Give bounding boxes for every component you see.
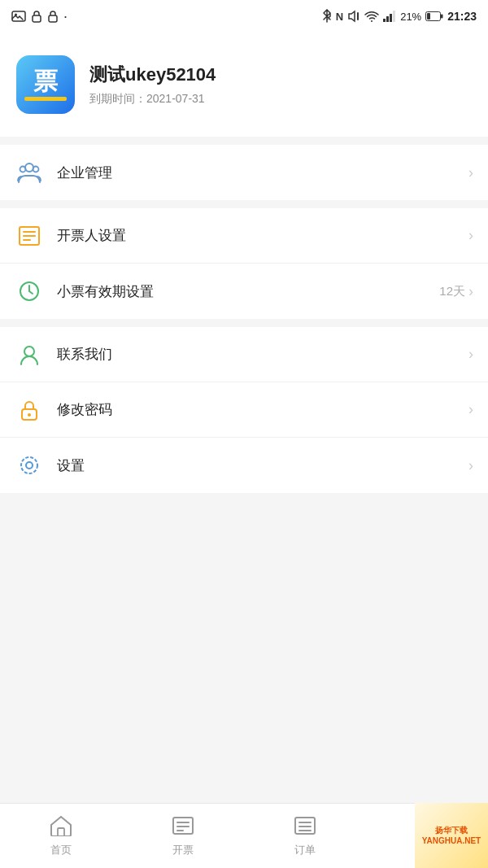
svg-point-25 [21, 457, 37, 473]
section-invoice-settings: 开票人设置 › 小票有效期设置 12天 › [0, 208, 488, 319]
status-right: N 21% 21:23 [322, 9, 477, 24]
profile-card: 票 测试ukey52104 到期时间：2021-07-31 [0, 33, 488, 137]
app-icon-char: 票 [33, 69, 58, 94]
menu-item-invoicer[interactable]: 开票人设置 › [0, 208, 488, 264]
main-content: 票 测试ukey52104 到期时间：2021-07-31 企业管理 › 开票人… [0, 33, 488, 868]
status-left: · [11, 9, 68, 24]
svg-rect-8 [390, 14, 392, 22]
enterprise-arrow: › [468, 164, 473, 181]
invoicer-arrow: › [468, 227, 473, 244]
svg-rect-7 [386, 16, 389, 22]
lock2-status-icon [47, 10, 59, 23]
menu-item-settings[interactable]: 设置 › [0, 438, 488, 493]
contact-label: 联系我们 [57, 345, 465, 364]
menu-item-contact[interactable]: 联系我们 › [0, 327, 488, 382]
validity-label: 小票有效期设置 [57, 282, 439, 301]
svg-point-24 [26, 462, 33, 469]
validity-value: 12天 [439, 284, 465, 299]
svg-rect-26 [58, 828, 64, 836]
wifi-icon [364, 11, 379, 22]
menu-item-password[interactable]: 修改密码 › [0, 382, 488, 438]
nav-item-home[interactable]: 首页 [0, 804, 122, 868]
section-enterprise: 企业管理 › [0, 145, 488, 200]
profile-expiry: 到期时间：2021-07-31 [89, 92, 216, 107]
profile-name: 测试ukey52104 [89, 63, 216, 87]
signal-icon [383, 11, 396, 22]
nav-item-invoice[interactable]: 开票 [122, 804, 244, 868]
password-label: 修改密码 [57, 400, 465, 419]
enterprise-label: 企业管理 [57, 164, 465, 182]
contact-icon [15, 340, 44, 369]
contact-arrow: › [468, 346, 473, 363]
svg-rect-9 [393, 11, 395, 22]
ticket-stripe [24, 97, 67, 101]
validity-arrow: › [468, 283, 473, 300]
image-icon [11, 10, 26, 23]
svg-rect-12 [441, 15, 443, 19]
nav-label-invoice: 开票 [172, 843, 194, 857]
status-bar: · N 21% 21:23 [0, 0, 488, 33]
svg-rect-3 [49, 15, 57, 22]
lock-status-icon [31, 10, 42, 23]
svg-point-23 [28, 413, 31, 417]
settings-label: 设置 [57, 456, 465, 475]
svg-point-21 [24, 347, 34, 356]
menu-item-validity[interactable]: 小票有效期设置 12天 › [0, 264, 488, 319]
clock-time: 21:23 [447, 10, 477, 23]
status-dot: · [63, 9, 68, 24]
home-nav-icon [50, 815, 72, 840]
svg-point-5 [371, 20, 373, 22]
invoice-nav-icon [172, 815, 194, 840]
battery-icon [425, 11, 443, 21]
nav-label-orders: 订单 [294, 843, 316, 857]
password-icon [15, 395, 44, 425]
nav-label-home: 首页 [50, 843, 72, 857]
app-icon: 票 [16, 55, 75, 114]
section-other: 联系我们 › 修改密码 › 设置 › [0, 327, 488, 493]
mute-icon [347, 10, 360, 23]
menu-item-enterprise[interactable]: 企业管理 › [0, 145, 488, 200]
svg-rect-2 [33, 15, 41, 22]
password-arrow: › [468, 401, 473, 418]
svg-rect-11 [427, 13, 430, 20]
settings-icon [15, 451, 44, 480]
orders-nav-icon [294, 815, 316, 840]
nfc-icon: N [336, 11, 343, 23]
settings-arrow: › [468, 457, 473, 474]
invoicer-icon [15, 221, 44, 251]
enterprise-icon [15, 158, 44, 187]
watermark-line1: 扬华下载 [422, 825, 481, 835]
svg-rect-6 [383, 19, 386, 22]
watermark: 扬华下载 YANGHUA.NET [415, 803, 488, 868]
invoicer-label: 开票人设置 [57, 226, 465, 245]
validity-icon [15, 277, 44, 306]
watermark-line2: YANGHUA.NET [422, 835, 481, 846]
profile-info: 测试ukey52104 到期时间：2021-07-31 [89, 63, 216, 107]
svg-point-13 [25, 164, 33, 172]
nav-item-orders[interactable]: 订单 [244, 804, 366, 868]
battery-percent: 21% [400, 11, 421, 23]
bluetooth-icon [322, 9, 332, 24]
